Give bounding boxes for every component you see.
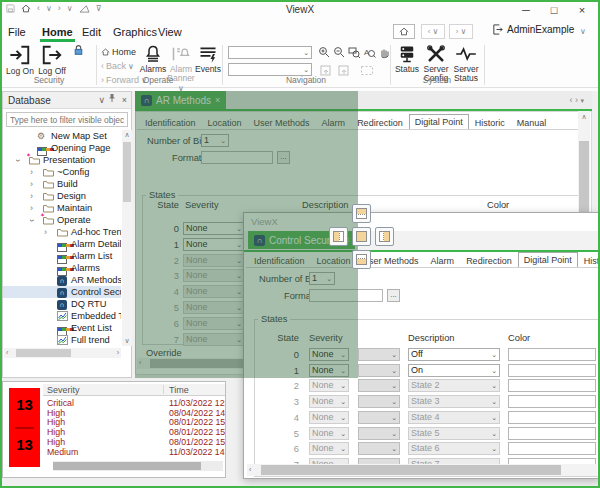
panel-close-icon[interactable]: ×	[122, 92, 127, 109]
selection-rect-icon[interactable]	[360, 64, 374, 77]
expand-icon[interactable]: ›	[30, 190, 33, 202]
log-off-button[interactable]: Log Off	[38, 44, 66, 76]
severity-combo-5[interactable]: None⌄	[309, 427, 349, 440]
alarm-table-header[interactable]: Severity Time	[43, 384, 225, 396]
zoom-extents-icon[interactable]	[348, 46, 361, 59]
zoom-out-icon[interactable]	[333, 46, 346, 59]
expand-icon[interactable]: ›	[44, 226, 47, 238]
tree-item--config[interactable]: ›~Config	[3, 166, 121, 178]
user-menu[interactable]: AdminExample	[492, 24, 574, 35]
panel-dropdown-icon[interactable]: ∨	[98, 92, 105, 109]
expand-icon[interactable]: ›	[30, 202, 33, 214]
database-panel-header[interactable]: Database ∨ ×	[3, 92, 131, 109]
tree-item-maintain[interactable]: ›Maintain	[3, 202, 121, 214]
ribbon-tab-view[interactable]: View	[158, 22, 182, 42]
close-button[interactable]: ×	[568, 0, 596, 20]
tree-item-ad-hoc-tren[interactable]: ›Ad-hoc Tren	[3, 226, 121, 238]
alarm-row[interactable]: High08/01/2022 15:00:54	[43, 437, 225, 447]
color-input-4[interactable]	[508, 411, 596, 424]
ribbon-tab-home[interactable]: Home	[42, 22, 73, 42]
tree-item-event-list[interactable]: Event List	[3, 322, 121, 334]
description-combo-0[interactable]: Off⌄	[408, 348, 500, 361]
server-status-button[interactable]: Server Status	[452, 44, 480, 84]
operate-home-button[interactable]: Home	[101, 47, 136, 57]
color-input-5[interactable]	[508, 427, 596, 440]
alarm-count-box[interactable]: 13 13	[9, 388, 40, 467]
expand-icon[interactable]: ›	[30, 178, 33, 190]
tree-item-alarm-list[interactable]: Alarm List	[3, 250, 121, 262]
tab-redirection[interactable]: Redirection	[460, 253, 518, 267]
minimize-button[interactable]: ─	[512, 0, 540, 20]
operate-forward-button[interactable]: ›Forward∨	[101, 75, 147, 85]
alarm-row[interactable]: Critical11/03/2022 12:56:35	[43, 398, 225, 408]
operate-back-button[interactable]: ‹Back∨	[101, 61, 134, 71]
tree-item-design[interactable]: ›Design	[3, 190, 121, 202]
tree-item-operate[interactable]: ›✶Operate	[3, 214, 121, 226]
severity-combo-4[interactable]: None⌄	[309, 411, 349, 424]
description-combo-1[interactable]: On⌄	[408, 364, 500, 377]
description-combo-2[interactable]: State 2⌄	[408, 379, 500, 392]
lock-icon[interactable]	[72, 44, 85, 57]
color-input-3[interactable]	[508, 395, 596, 408]
tree-item-presentation[interactable]: ›✶Presentation	[3, 154, 121, 166]
status-button[interactable]: Status	[394, 44, 420, 74]
tree-item-ar-methods[interactable]: ∩AR Methods	[3, 274, 121, 286]
secondary-combo-5[interactable]: ⌄	[358, 427, 400, 440]
tab-scroll-controls[interactable]: ‹ › ▾	[569, 95, 584, 105]
secondary-combo-4[interactable]: ⌄	[358, 411, 400, 424]
tree-item-dq-rtu[interactable]: ∩DQ RTU	[3, 298, 121, 310]
log-on-button[interactable]: Log On	[6, 44, 34, 76]
tree-item-full-trend[interactable]: Full trend	[3, 334, 121, 346]
tab-redirection[interactable]: Redirection	[351, 115, 409, 129]
dock-left-guide-icon[interactable]	[329, 227, 348, 246]
description-combo-4[interactable]: State 4⌄	[408, 411, 500, 424]
tree-item-embedded-t[interactable]: Embedded T	[3, 310, 121, 322]
collapse-icon[interactable]: ›	[12, 159, 24, 162]
secondary-combo-3[interactable]: ⌄	[358, 395, 400, 408]
secondary-combo-2[interactable]: ⌄	[358, 379, 400, 392]
user-menu-dropdown-icon[interactable]: ∨	[580, 27, 586, 36]
format-browse-button[interactable]: ...	[387, 289, 400, 302]
tab-historic[interactable]: Historic	[578, 253, 600, 267]
events-button[interactable]: Events	[196, 44, 220, 74]
color-input-6[interactable]	[508, 442, 596, 455]
alarm-row[interactable]: High08/01/2022 15:00:58	[43, 427, 225, 437]
tab-digital-point[interactable]: Digital Point	[409, 114, 469, 130]
severity-combo-6[interactable]: None⌄	[309, 442, 349, 455]
color-input-0[interactable]	[508, 348, 596, 361]
zoom-in-icon[interactable]	[318, 46, 331, 59]
color-input-1[interactable]	[508, 364, 596, 377]
tree-item-alarm-detail[interactable]: Alarm Detail	[3, 238, 121, 250]
expand-icon[interactable]: ›	[30, 166, 33, 178]
nav-forward-button[interactable]: ›∨	[449, 24, 473, 39]
alarm-row[interactable]: Medium11/03/2022 14:21:14	[43, 447, 225, 457]
alarm-row[interactable]: High08/01/2022 15:01:02	[43, 417, 225, 427]
tree-horizontal-scrollbar[interactable]: ‹ ›	[4, 348, 121, 358]
maximize-button[interactable]: □	[540, 0, 568, 20]
tree-item-new-map-set[interactable]: ⚙New Map Set	[3, 130, 121, 142]
ribbon-tab-edit[interactable]: Edit	[82, 22, 101, 42]
zoom-selection-icon[interactable]: A	[363, 46, 376, 59]
color-input-2[interactable]	[508, 379, 596, 392]
apply-right-icon[interactable]	[336, 64, 350, 77]
ribbon-tab-graphics[interactable]: Graphics	[113, 22, 157, 42]
pin-icon[interactable]	[108, 92, 116, 109]
floating-horizontal-scrollbar[interactable]: ‹	[247, 464, 597, 476]
collapse-icon[interactable]: ›	[26, 219, 38, 222]
dock-bottom-guide-icon[interactable]	[352, 250, 371, 269]
tree-item-opening-page[interactable]: Opening Page	[3, 142, 121, 154]
tree-item-build[interactable]: ›Build	[3, 178, 121, 190]
severity-combo-3[interactable]: None⌄	[309, 395, 349, 408]
description-combo-5[interactable]: State 5⌄	[408, 427, 500, 440]
alarms-button[interactable]: Alarms	[140, 44, 166, 74]
nav-back-button[interactable]: ‹∨	[421, 24, 445, 39]
tab-alarm[interactable]: Alarm	[425, 253, 461, 267]
tab-historic[interactable]: Historic	[469, 115, 511, 129]
secondary-combo-0[interactable]: ⌄	[358, 348, 400, 361]
nav-home-button[interactable]	[393, 24, 415, 39]
dock-right-guide-icon[interactable]	[375, 227, 394, 246]
navigation-combo-1[interactable]: ⌄	[228, 46, 312, 59]
ribbon-tab-file[interactable]: File	[8, 22, 26, 42]
tree-filter-input[interactable]	[6, 112, 128, 127]
alarm-banner-button[interactable]: Alarm Banner ∨	[167, 44, 195, 93]
